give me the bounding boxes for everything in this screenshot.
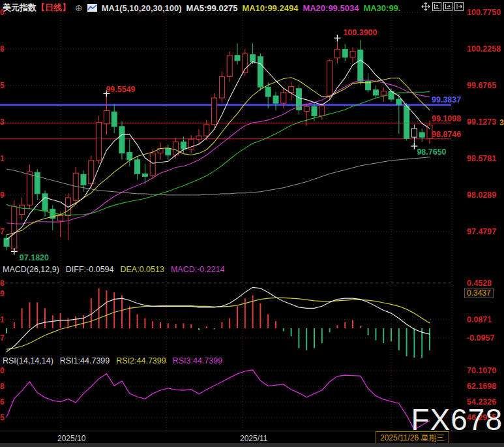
high-price-annotation-1: 99.5549 — [106, 85, 135, 94]
chart-toolbar — [421, 2, 464, 11]
ma10-value-label: MA10:99.2494 — [242, 3, 298, 13]
fx678-watermark: FX678 — [411, 402, 503, 437]
price-axis-tick-label: 99.6765 — [467, 81, 496, 90]
price-axis-tick-label: 98.0289 — [467, 191, 496, 200]
low-price-annotation-2: 98.7650 — [417, 147, 446, 157]
hline-red1-label[interactable]: 99.1098 — [432, 114, 461, 123]
rsi3-value: RSI3:44.7399 — [173, 356, 222, 365]
macd-dea-value: DEA:0.0513 — [120, 265, 164, 274]
period-tag: 【日线】 — [37, 2, 70, 14]
pan-chart-icon[interactable] — [443, 2, 452, 11]
price-axis-tick-label: 100.2258 — [467, 44, 501, 54]
move-tool-icon[interactable] — [421, 2, 430, 11]
price-axis-left-digit: 9 — [0, 191, 5, 200]
ma20-value-label: MA20:99.5034 — [303, 3, 359, 13]
rsi1-value: RSI1:44.7399 — [60, 356, 110, 365]
rsi-title[interactable]: RSI(14,14,14) — [3, 356, 53, 365]
price-axis-tick-label: 100.7750 — [467, 8, 501, 17]
ma5-value-label: MA5:99.0275 — [186, 3, 238, 13]
price-axis-left-digit: 1 — [0, 154, 5, 163]
macd-current-axis-label: 0.3437 — [464, 288, 494, 298]
macd-axis-tick-label: 0.4528 — [467, 279, 492, 288]
horizontal-scrollbar[interactable] — [0, 443, 504, 447]
macd-diff-value: DIFF:-0.0594 — [66, 265, 114, 274]
macd-axis-left-digit: 8 — [0, 279, 5, 288]
rsi-axis-left-digit: 6 — [0, 397, 5, 407]
chart-canvas[interactable] — [0, 0, 504, 447]
price-axis-left-digit: 3 — [0, 117, 5, 127]
ma30-value-label: MA30:99. — [363, 3, 400, 13]
price-axis-left-digit: 0 — [0, 8, 5, 17]
macd-indicator-row: MACD(26,12,9) DIFF:-0.0594 DEA:0.0513 MA… — [3, 265, 225, 274]
right-edge-price-fragment: 3 — [499, 118, 504, 127]
xaxis-label-november: 2025/11 — [240, 434, 268, 443]
rsi2-value: RSI2:44.7399 — [116, 356, 166, 365]
price-axis-tick-label: 97.4797 — [467, 227, 496, 236]
macd-axis-tick-label: -0.0957 — [467, 333, 494, 343]
hline-blue-label[interactable]: 99.3837 — [432, 95, 461, 104]
macd-macd-value: MACD:-0.2214 — [171, 265, 225, 274]
symbol-name: 美元指数 — [3, 2, 37, 14]
price-axis-left-digit: 7 — [0, 227, 5, 236]
auto-scale-icon[interactable] — [432, 2, 441, 11]
high-price-annotation-2: 100.3900 — [343, 28, 377, 37]
chart-style-icon[interactable] — [87, 4, 97, 12]
ma-settings-label[interactable]: MA1(5,10,20,30,100) — [102, 3, 182, 13]
xaxis-label-october: 2025/10 — [57, 434, 85, 443]
macd-axis-tick-label: 0.0871 — [467, 315, 492, 324]
macd-title[interactable]: MACD(26,12,9) — [3, 265, 59, 274]
hline-red2-label[interactable]: 98.8746 — [432, 130, 461, 139]
price-axis-left-digit: 8 — [0, 44, 5, 54]
price-axis-left-digit: 5 — [0, 81, 5, 90]
add-indicator-icon[interactable]: ⊕ — [75, 3, 83, 13]
goto-latest-icon[interactable] — [454, 2, 464, 11]
chart-application: 美元指数【日线】 ⊕ MA1(5,10,20,30,100) MA5:99.02… — [0, 0, 504, 447]
rsi-axis-left-digit: 0 — [0, 366, 5, 375]
rsi-axis-tick-label: 70.1070 — [467, 366, 496, 375]
rsi-axis-left-digit: 5 — [0, 413, 5, 422]
rsi-indicator-row: RSI(14,14,14) RSI1:44.7399 RSI2:44.7399 … — [3, 356, 222, 365]
chart-header: 美元指数【日线】 ⊕ MA1(5,10,20,30,100) MA5:99.02… — [3, 2, 400, 14]
macd-axis-left-digit: 1 — [0, 315, 5, 324]
rsi-axis-left-digit: 8 — [0, 382, 5, 391]
macd-axis-left-digit: 7 — [0, 333, 5, 343]
rsi-axis-tick-label: 62.1698 — [467, 382, 496, 391]
price-axis-tick-label: 98.5781 — [467, 154, 496, 163]
low-price-annotation-1: 97.1820 — [20, 253, 49, 262]
macd-current-left-digit: 9 — [0, 289, 5, 298]
price-axis-tick-label: 99.1273 — [467, 117, 496, 127]
